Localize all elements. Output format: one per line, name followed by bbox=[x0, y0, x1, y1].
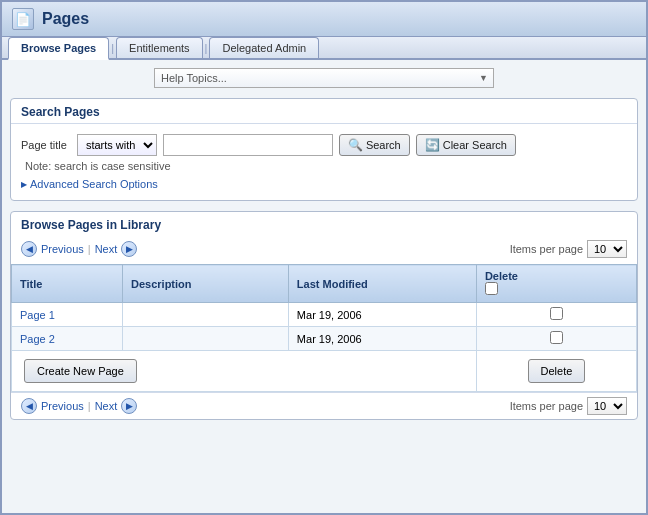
col-header-delete: Delete bbox=[476, 265, 636, 303]
clear-search-button[interactable]: 🔄 Clear Search bbox=[416, 134, 516, 156]
delete-button[interactable]: Delete bbox=[528, 359, 586, 383]
help-topics-select[interactable]: Help Topics... bbox=[154, 68, 494, 88]
items-per-page-top: Items per page 5 10 20 50 bbox=[510, 240, 627, 258]
row2-last-modified: Mar 19, 2006 bbox=[288, 327, 476, 351]
content-area: Help Topics... Search Pages Page title s… bbox=[2, 60, 646, 513]
search-note: Note: search is case sensitive bbox=[21, 160, 627, 172]
next-icon-top: ▶ bbox=[121, 241, 137, 257]
row1-title: Page 1 bbox=[12, 303, 123, 327]
row1-description bbox=[123, 303, 289, 327]
col-header-title: Title bbox=[12, 265, 123, 303]
row2-description bbox=[123, 327, 289, 351]
tab-delegated-admin[interactable]: Delegated Admin bbox=[209, 37, 319, 58]
row2-delete-checkbox[interactable] bbox=[550, 331, 563, 344]
page2-link[interactable]: Page 2 bbox=[20, 333, 55, 345]
search-condition-select[interactable]: starts with contains ends with equals bbox=[77, 134, 157, 156]
tab-bar: Browse Pages | Entitlements | Delegated … bbox=[2, 37, 646, 60]
pages-table: Title Description Last Modified Delete P… bbox=[11, 264, 637, 392]
window-title: Pages bbox=[42, 10, 89, 28]
row1-last-modified: Mar 19, 2006 bbox=[288, 303, 476, 327]
create-new-page-button[interactable]: Create New Page bbox=[24, 359, 137, 383]
row1-delete-checkbox[interactable] bbox=[550, 307, 563, 320]
row2-title: Page 2 bbox=[12, 327, 123, 351]
next-icon-bottom: ▶ bbox=[121, 398, 137, 414]
prev-icon-top: ◀ bbox=[21, 241, 37, 257]
table-row: Page 2 Mar 19, 2006 bbox=[12, 327, 637, 351]
browse-panel: Browse Pages in Library ◀ Previous | Nex… bbox=[10, 211, 638, 420]
main-window: 📄 Pages Browse Pages | Entitlements | De… bbox=[0, 0, 648, 515]
bottom-nav-row: ◀ Previous | Next ▶ Items per page 5 10 … bbox=[11, 392, 637, 419]
items-per-page-label-top: Items per page bbox=[510, 243, 583, 255]
next-button-bottom[interactable]: Next bbox=[95, 400, 118, 412]
row1-delete bbox=[476, 303, 636, 327]
items-per-page-bottom: Items per page 5 10 20 50 bbox=[510, 397, 627, 415]
items-per-page-select-top[interactable]: 5 10 20 50 bbox=[587, 240, 627, 258]
col-header-last-modified: Last Modified bbox=[288, 265, 476, 303]
delete-action-cell: Delete bbox=[476, 351, 636, 392]
title-bar: 📄 Pages bbox=[2, 2, 646, 37]
tab-entitlements[interactable]: Entitlements bbox=[116, 37, 203, 58]
search-row: Page title starts with contains ends wit… bbox=[21, 134, 627, 156]
search-icon: 🔍 bbox=[348, 138, 363, 152]
top-nav-row: ◀ Previous | Next ▶ Items per page 5 10 … bbox=[11, 236, 637, 264]
prev-icon-bottom: ◀ bbox=[21, 398, 37, 414]
nav-left: ◀ Previous | Next ▶ bbox=[21, 241, 137, 257]
row2-delete bbox=[476, 327, 636, 351]
tab-browse-pages[interactable]: Browse Pages bbox=[8, 37, 109, 60]
action-cell: Create New Page bbox=[12, 351, 477, 392]
delete-all-checkbox[interactable] bbox=[485, 282, 498, 295]
search-button[interactable]: 🔍 Search bbox=[339, 134, 410, 156]
items-per-page-label-bottom: Items per page bbox=[510, 400, 583, 412]
search-input[interactable] bbox=[163, 134, 333, 156]
window-icon: 📄 bbox=[12, 8, 34, 30]
clear-icon: 🔄 bbox=[425, 138, 440, 152]
advanced-search-link[interactable]: Advanced Search Options bbox=[21, 178, 627, 190]
search-panel: Search Pages Page title starts with cont… bbox=[10, 98, 638, 201]
table-row: Page 1 Mar 19, 2006 bbox=[12, 303, 637, 327]
col-header-description: Description bbox=[123, 265, 289, 303]
next-button-top[interactable]: Next bbox=[95, 243, 118, 255]
action-buttons-row: Create New Page bbox=[20, 355, 468, 387]
prev-button-top[interactable]: Previous bbox=[41, 243, 84, 255]
items-per-page-select-bottom[interactable]: 5 10 20 50 bbox=[587, 397, 627, 415]
bottom-nav-left: ◀ Previous | Next ▶ bbox=[21, 398, 137, 414]
help-row: Help Topics... bbox=[10, 68, 638, 88]
page-title-label: Page title bbox=[21, 139, 67, 151]
help-select-wrap: Help Topics... bbox=[154, 68, 494, 88]
browse-panel-title: Browse Pages in Library bbox=[11, 212, 637, 236]
search-panel-body: Page title starts with contains ends wit… bbox=[11, 124, 637, 200]
page1-link[interactable]: Page 1 bbox=[20, 309, 55, 321]
search-panel-title: Search Pages bbox=[11, 99, 637, 124]
prev-button-bottom[interactable]: Previous bbox=[41, 400, 84, 412]
action-row-table: Create New Page Delete bbox=[12, 351, 637, 392]
